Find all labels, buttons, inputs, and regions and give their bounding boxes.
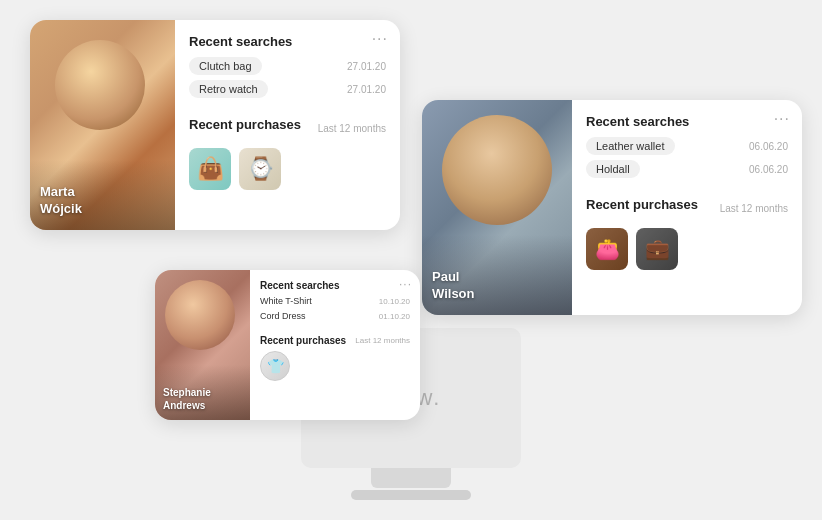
paul-search-1: Leather wallet 06.06.20 <box>586 137 788 155</box>
stephanie-purchases-header: Recent purchases Last 12 months <box>260 335 410 346</box>
marta-searches-title: Recent searches <box>189 34 386 49</box>
marta-search-1: Clutch bag 27.01.20 <box>189 57 386 75</box>
stephanie-search-2: Cord Dress 01.10.20 <box>260 311 410 321</box>
stephanie-purchases: 👕 <box>260 351 410 381</box>
stephanie-searches-title: Recent searches <box>260 280 410 291</box>
marta-more-button[interactable]: ··· <box>372 30 388 48</box>
stephanie-search-1: White T-Shirt 10.10.20 <box>260 296 410 306</box>
marta-search-tag-1: Clutch bag <box>189 57 262 75</box>
marta-search-tag-2: Retro watch <box>189 80 268 98</box>
paul-photo: PaulWilson <box>422 100 572 315</box>
marta-purchases-header: Recent purchases Last 12 months <box>189 117 386 140</box>
marta-last-months: Last 12 months <box>318 123 386 134</box>
paul-search-date-1: 06.06.20 <box>749 141 788 152</box>
paul-purchases-title: Recent purchases <box>586 197 698 212</box>
marta-purchases: 👜 ⌚ <box>189 148 386 190</box>
paul-search-2: Holdall 06.06.20 <box>586 160 788 178</box>
marta-content: ··· Recent searches Clutch bag 27.01.20 … <box>175 20 400 230</box>
card-paul: PaulWilson ··· Recent searches Leather w… <box>422 100 802 315</box>
paul-search-tag-2: Holdall <box>586 160 640 178</box>
marta-search-date-2: 27.01.20 <box>347 84 386 95</box>
stephanie-purchases-title: Recent purchases <box>260 335 346 346</box>
paul-purchase-wallet: 👛 <box>586 228 628 270</box>
stephanie-search-tag-2: Cord Dress <box>260 311 306 321</box>
marta-purchases-title: Recent purchases <box>189 117 301 132</box>
paul-purchases: 👛 💼 <box>586 228 788 270</box>
stephanie-purchase-shirt: 👕 <box>260 351 290 381</box>
paul-searches-title: Recent searches <box>586 114 788 129</box>
stephanie-search-tag-1: White T-Shirt <box>260 296 312 306</box>
stephanie-more-button[interactable]: ··· <box>399 277 412 291</box>
marta-purchase-watch: ⌚ <box>239 148 281 190</box>
stephanie-search-date-1: 10.10.20 <box>379 297 410 306</box>
stephanie-name: StephanieAndrews <box>163 386 211 412</box>
paul-content: ··· Recent searches Leather wallet 06.06… <box>572 100 802 315</box>
paul-purchase-holdall: 💼 <box>636 228 678 270</box>
stephanie-content: ··· Recent searches White T-Shirt 10.10.… <box>250 270 420 420</box>
marta-photo: MartaWójcik <box>30 20 175 230</box>
monitor-foot <box>351 490 471 500</box>
marta-name: MartaWójcik <box>40 184 82 218</box>
stephanie-photo: StephanieAndrews <box>155 270 250 420</box>
paul-search-date-2: 06.06.20 <box>749 164 788 175</box>
marta-search-date-1: 27.01.20 <box>347 61 386 72</box>
paul-last-months: Last 12 months <box>720 203 788 214</box>
paul-search-tag-1: Leather wallet <box>586 137 675 155</box>
stephanie-search-date-2: 01.10.20 <box>379 312 410 321</box>
stephanie-last-months: Last 12 months <box>355 336 410 345</box>
marta-search-2: Retro watch 27.01.20 <box>189 80 386 98</box>
marta-purchase-bag: 👜 <box>189 148 231 190</box>
card-marta: MartaWójcik ··· Recent searches Clutch b… <box>30 20 400 230</box>
card-stephanie: StephanieAndrews ··· Recent searches Whi… <box>155 270 420 420</box>
paul-name: PaulWilson <box>432 269 475 303</box>
monitor-stand <box>371 468 451 488</box>
paul-more-button[interactable]: ··· <box>774 110 790 128</box>
paul-purchases-header: Recent purchases Last 12 months <box>586 197 788 220</box>
scene: www. MartaWójcik ··· Recent searches Clu… <box>0 0 822 520</box>
